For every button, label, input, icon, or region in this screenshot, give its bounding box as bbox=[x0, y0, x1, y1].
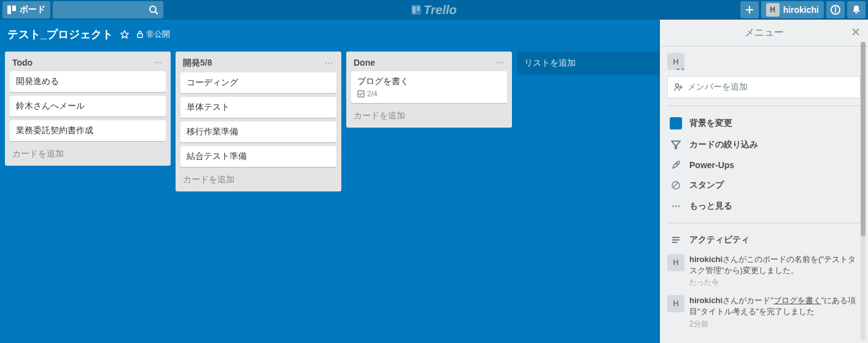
bell-icon bbox=[851, 5, 861, 15]
menu-item-more[interactable]: ⋯ もっと見る bbox=[667, 196, 861, 217]
svg-point-2 bbox=[150, 6, 156, 12]
add-card-button[interactable]: カードを追加 bbox=[10, 145, 166, 161]
sticker-icon bbox=[671, 180, 681, 190]
activity-time: 2分前 bbox=[689, 319, 861, 330]
activity-avatar[interactable]: H bbox=[667, 254, 684, 271]
card-title: ブログを書く bbox=[357, 76, 409, 86]
trello-logo-icon bbox=[411, 5, 421, 15]
card[interactable]: 単体テスト bbox=[180, 97, 336, 118]
activity-item: H hirokichiさんがこのボードの名前を("テストタスク管理"から)変更し… bbox=[667, 250, 861, 291]
menu-item-stickers[interactable]: スタンプ bbox=[667, 175, 861, 196]
menu-body: H ⌄⌄ メンバーを追加 背景を変更 カードの絞り込み Power-Ups スタ… bbox=[660, 47, 868, 343]
add-card-button[interactable]: カードを追加 bbox=[180, 171, 336, 187]
list-todo: Todo ⋯ 開発進める 鈴木さんへメール 業務委託契約書作成 カードを追加 bbox=[5, 52, 171, 166]
close-menu-button[interactable] bbox=[851, 27, 861, 40]
card[interactable]: 鈴木さんへメール bbox=[10, 96, 166, 117]
boards-label: ボード bbox=[20, 4, 45, 15]
star-button[interactable] bbox=[120, 30, 129, 39]
logo-text: Trello bbox=[424, 3, 457, 17]
card[interactable]: ブログを書く 2/4 bbox=[351, 71, 507, 103]
privacy-button[interactable]: 非公開 bbox=[136, 29, 170, 40]
search-input[interactable] bbox=[53, 1, 163, 18]
menu-item-filter[interactable]: カードの絞り込み bbox=[667, 134, 861, 155]
activity-item: H hirokichiさんがカード"ブログを書く"にある項目"タイトル考える"を… bbox=[667, 291, 861, 333]
add-card-button[interactable]: カードを追加 bbox=[351, 107, 507, 123]
global-header: ボード Trello H hirokichi bbox=[0, 0, 868, 20]
add-member-icon bbox=[674, 83, 683, 91]
card[interactable]: コーディング bbox=[180, 72, 336, 93]
boards-icon bbox=[7, 6, 16, 14]
background-swatch-icon bbox=[670, 117, 682, 129]
checklist-icon bbox=[357, 90, 365, 98]
card-title: 単体テスト bbox=[187, 102, 230, 112]
activity-avatar[interactable]: H bbox=[667, 295, 684, 312]
activity-user: hirokichi bbox=[689, 296, 723, 305]
trello-logo[interactable]: Trello bbox=[411, 3, 457, 17]
menu-item-label: 背景を変更 bbox=[689, 118, 732, 129]
activity-user: hirokichi bbox=[689, 255, 723, 264]
menu-item-background[interactable]: 背景を変更 bbox=[667, 112, 861, 134]
menu-members: H ⌄⌄ bbox=[667, 53, 861, 70]
svg-rect-5 bbox=[413, 6, 416, 13]
member-avatar[interactable]: H ⌄⌄ bbox=[667, 53, 684, 70]
add-button[interactable] bbox=[740, 1, 759, 18]
close-icon bbox=[851, 27, 861, 37]
menu-item-powerups[interactable]: Power-Ups bbox=[667, 155, 861, 175]
list-header: Todo ⋯ bbox=[10, 56, 166, 71]
svg-marker-13 bbox=[121, 31, 128, 38]
menu-item-label: アクティビティ bbox=[689, 234, 750, 245]
menu-item-label: スタンプ bbox=[689, 180, 724, 191]
list-menu-button[interactable]: ⋯ bbox=[495, 58, 505, 67]
svg-rect-1 bbox=[12, 6, 16, 11]
card-title: 移行作業準備 bbox=[187, 126, 238, 136]
menu-item-label: もっと見る bbox=[689, 201, 732, 212]
rocket-icon bbox=[671, 160, 681, 170]
svg-rect-6 bbox=[417, 6, 420, 11]
menu-header: メニュー bbox=[660, 20, 868, 47]
card[interactable]: 移行作業準備 bbox=[180, 121, 336, 142]
list-done: Done ⋯ ブログを書く 2/4 カードを追加 bbox=[346, 52, 512, 128]
lock-icon bbox=[136, 31, 144, 38]
card[interactable]: 業務委託契約書作成 bbox=[10, 120, 166, 141]
card-title: コーディング bbox=[187, 77, 238, 87]
svg-marker-21 bbox=[672, 141, 680, 148]
separator bbox=[667, 106, 861, 106]
add-member-label: メンバーを追加 bbox=[688, 82, 748, 93]
more-icon: ⋯ bbox=[670, 201, 682, 211]
search-icon bbox=[149, 5, 158, 15]
header-left: ボード bbox=[2, 1, 163, 18]
board-menu: メニュー H ⌄⌄ メンバーを追加 背景を変更 カードの絞り込み Power-U… bbox=[660, 20, 868, 343]
list-dev: 開発5/8 ⋯ コーディング 単体テスト 移行作業準備 結合テスト準備 カードを… bbox=[176, 52, 341, 191]
plus-icon bbox=[745, 6, 754, 14]
add-list-button[interactable]: リストを追加 bbox=[517, 52, 683, 75]
activity-card-link[interactable]: ブログを書く bbox=[773, 296, 821, 305]
board-title[interactable]: テスト_プロジェクト bbox=[7, 27, 113, 42]
svg-point-18 bbox=[676, 84, 679, 87]
notifications-button[interactable] bbox=[847, 1, 866, 18]
list-title[interactable]: Todo bbox=[12, 58, 33, 67]
card-title: 業務委託契約書作成 bbox=[16, 125, 93, 135]
svg-rect-12 bbox=[855, 12, 858, 13]
separator bbox=[667, 223, 861, 223]
header-right: H hirokichi bbox=[740, 1, 866, 18]
list-menu-button[interactable]: ⋯ bbox=[325, 58, 334, 68]
list-menu-button[interactable]: ⋯ bbox=[154, 58, 163, 67]
menu-title: メニュー bbox=[745, 26, 784, 39]
boards-button[interactable]: ボード bbox=[2, 1, 50, 18]
activity-icon bbox=[671, 235, 681, 245]
list-header: 開発5/8 ⋯ bbox=[180, 56, 336, 72]
activity-time: たった今 bbox=[689, 277, 861, 288]
admin-chevron-icon: ⌄⌄ bbox=[676, 65, 686, 71]
card[interactable]: 結合テスト準備 bbox=[180, 146, 336, 167]
menu-item-activity[interactable]: アクティビティ bbox=[667, 229, 861, 250]
checklist-count: 2/4 bbox=[367, 90, 378, 98]
card[interactable]: 開発進める bbox=[10, 71, 166, 92]
list-title[interactable]: 開発5/8 bbox=[183, 58, 212, 69]
list-title[interactable]: Done bbox=[354, 58, 375, 67]
svg-point-10 bbox=[835, 8, 836, 9]
info-button[interactable] bbox=[826, 1, 845, 18]
filter-icon bbox=[671, 140, 681, 150]
user-button[interactable]: H hirokichi bbox=[761, 1, 824, 18]
menu-scrollbar[interactable] bbox=[861, 42, 867, 341]
add-member-button[interactable]: メンバーを追加 bbox=[667, 76, 861, 98]
